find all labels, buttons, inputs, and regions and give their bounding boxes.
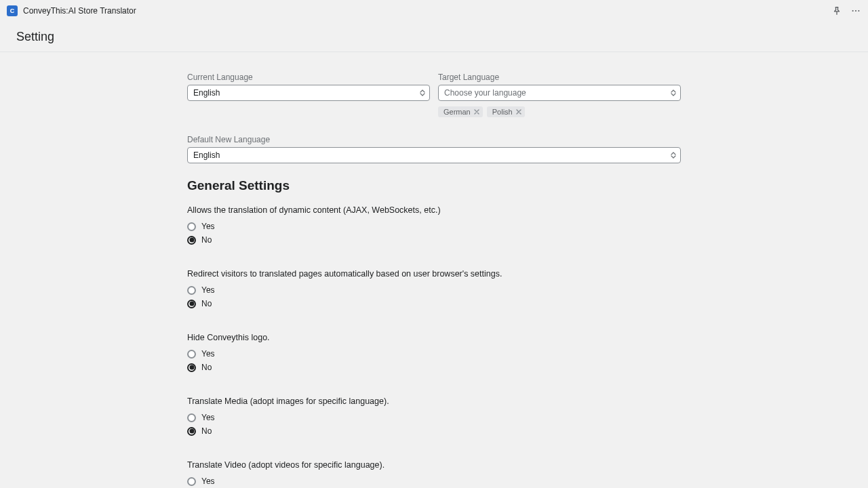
radio-q4-no[interactable]: No bbox=[187, 426, 681, 436]
radio-q3-no[interactable]: No bbox=[187, 363, 681, 372]
radio-label: Yes bbox=[201, 222, 215, 231]
pin-icon[interactable] bbox=[831, 5, 842, 16]
default-language-value: English bbox=[193, 150, 220, 160]
radio-label: No bbox=[201, 426, 212, 436]
radio-q1-yes[interactable]: Yes bbox=[187, 222, 681, 231]
current-language-label: Current Language bbox=[187, 73, 430, 82]
radio-label: No bbox=[201, 299, 212, 308]
radio-icon bbox=[187, 300, 196, 308]
radio-q2-no[interactable]: No bbox=[187, 299, 681, 308]
current-language-select[interactable]: English bbox=[187, 85, 430, 101]
radio-icon bbox=[187, 222, 196, 231]
radio-label: No bbox=[201, 363, 212, 372]
radio-label: Yes bbox=[201, 349, 215, 359]
radio-q4-yes[interactable]: Yes bbox=[187, 413, 681, 422]
app-icon: C bbox=[7, 5, 18, 16]
default-language-label: Default New Language bbox=[187, 135, 681, 144]
radio-icon bbox=[187, 350, 196, 359]
svg-point-1 bbox=[855, 10, 856, 12]
language-chip-label: German bbox=[443, 108, 471, 116]
radio-q2-yes[interactable]: Yes bbox=[187, 285, 681, 295]
question-translate-media: Translate Media (adopt images for specif… bbox=[187, 396, 681, 406]
target-language-placeholder: Choose your language bbox=[444, 88, 526, 98]
radio-icon bbox=[187, 363, 196, 372]
default-language-select[interactable]: English bbox=[187, 147, 681, 163]
radio-label: Yes bbox=[201, 285, 215, 295]
radio-q5-yes[interactable]: Yes bbox=[187, 476, 681, 486]
app-title: ConveyThis:AI Store Translator bbox=[23, 6, 136, 16]
select-chevrons-icon bbox=[671, 152, 676, 159]
chip-remove-icon[interactable] bbox=[473, 108, 480, 115]
radio-label: Yes bbox=[201, 476, 215, 486]
question-auto-redirect: Redirect visitors to translated pages au… bbox=[187, 269, 681, 279]
svg-point-0 bbox=[852, 10, 854, 12]
page-title: Setting bbox=[16, 30, 54, 44]
general-settings-heading: General Settings bbox=[187, 178, 681, 193]
language-chip: Polish bbox=[487, 106, 525, 117]
current-language-value: English bbox=[193, 88, 220, 98]
question-translate-video: Translate Video (adopt videos for specif… bbox=[187, 460, 681, 470]
target-language-label: Target Language bbox=[438, 73, 681, 82]
radio-label: Yes bbox=[201, 413, 215, 422]
radio-q3-yes[interactable]: Yes bbox=[187, 349, 681, 359]
more-icon[interactable] bbox=[850, 5, 861, 16]
language-chip-label: Polish bbox=[492, 108, 513, 116]
radio-icon bbox=[187, 286, 196, 295]
question-dynamic-content: Allows the translation of dynamic conten… bbox=[187, 205, 681, 215]
select-chevrons-icon bbox=[671, 89, 676, 96]
radio-icon bbox=[187, 236, 196, 245]
language-chip: German bbox=[438, 106, 483, 117]
chip-remove-icon[interactable] bbox=[515, 108, 522, 115]
radio-label: No bbox=[201, 235, 212, 245]
svg-point-2 bbox=[858, 10, 859, 12]
radio-icon bbox=[187, 413, 196, 422]
radio-q1-no[interactable]: No bbox=[187, 235, 681, 245]
target-language-select[interactable]: Choose your language bbox=[438, 85, 681, 101]
select-chevrons-icon bbox=[420, 89, 425, 96]
question-hide-logo: Hide Conveythis logo. bbox=[187, 333, 681, 342]
radio-icon bbox=[187, 427, 196, 436]
radio-icon bbox=[187, 477, 196, 486]
